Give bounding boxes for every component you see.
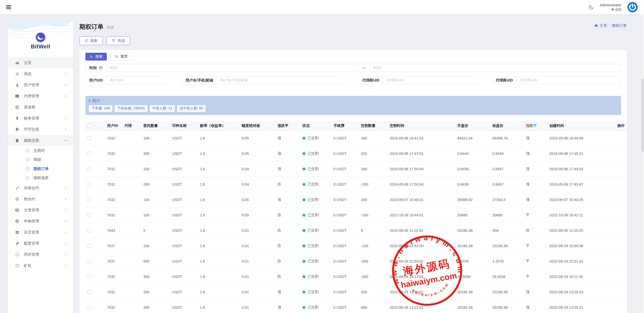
cell-odds: 1.6 <box>198 238 240 253</box>
sidebar-item-miner[interactable]: 矿机 <box>8 260 73 271</box>
sidebar-item-user-management[interactable]: 用户管理 <box>8 79 73 91</box>
row-checkbox[interactable] <box>87 275 91 279</box>
breadcrumb-current[interactable]: 期权订单 <box>612 23 627 28</box>
cell-odds: 1.6 <box>198 207 240 223</box>
cell-range: 0.05 <box>240 130 276 146</box>
column-header-9: 交割数量 <box>359 121 388 130</box>
row-checkbox[interactable] <box>87 182 91 186</box>
cell-status: 已交割 <box>300 207 331 223</box>
column-header-14[interactable]: 创建时间↑ <box>547 121 615 130</box>
avatar[interactable] <box>627 2 638 12</box>
cell-open: 1.2078 <box>455 253 490 269</box>
cell-direction: 涨 <box>276 161 300 177</box>
search-button[interactable]: 搜索 <box>85 53 107 61</box>
sidebar-subitem-option-scenes[interactable]: 期权场景 <box>8 173 73 182</box>
cell-status: 已交割 <box>300 223 331 238</box>
sidebar-item-homepage-management[interactable]: 首页管理 <box>8 227 73 238</box>
hamburger-menu-icon[interactable] <box>6 4 11 10</box>
sidebar-subitem-option-orders[interactable]: 期权订单 <box>8 164 73 173</box>
cell-fee: 0 USDT <box>331 284 359 300</box>
cell-actions <box>615 253 627 269</box>
chevron-left-icon <box>64 220 67 223</box>
row-checkbox[interactable] <box>87 167 91 171</box>
row-checkbox[interactable] <box>87 198 91 202</box>
sidebar-subitem-trading-pairs[interactable]: 交易对 <box>8 146 73 155</box>
sidebar-item-agent-management[interactable]: 代理管理 <box>8 91 73 102</box>
status-dot-icon <box>302 260 306 263</box>
table-row: 7032300USDT1.60.01跌已交割0 USDT-3002022-09-… <box>85 269 627 284</box>
cell-odds: 1.6 <box>198 161 240 177</box>
dark-mode-moon-icon[interactable] <box>588 5 594 10</box>
sidebar-item-options-trading[interactable]: ฿期权交易 <box>8 135 73 146</box>
time-to-input[interactable] <box>370 64 621 72</box>
sidebar-item-channel-merchant[interactable]: 渠道商 <box>8 102 73 113</box>
sidebar-item-perpetual-contracts[interactable]: 永续合约 <box>8 182 73 193</box>
row-checkbox[interactable] <box>87 213 91 217</box>
cell-fee: 0 USDT <box>331 130 359 146</box>
top-navbar: Administrator 在线 <box>0 0 644 14</box>
cell-created: 2023-06-07 10:44:25 <box>547 192 615 207</box>
filter-field-input[interactable] <box>217 76 344 84</box>
topbar-right: Administrator 在线 <box>588 2 638 12</box>
cell-actions <box>615 269 627 284</box>
page-scrollbar-thumb[interactable] <box>642 79 643 152</box>
cell-odds: 1.6 <box>198 130 240 146</box>
cell-settle_time: 2022-09-29 22:03:01 <box>388 253 455 269</box>
cell-agent <box>122 223 141 238</box>
id-card-icon <box>14 94 20 98</box>
row-checkbox[interactable] <box>87 229 91 233</box>
sidebar-item-system[interactable]: 系统 <box>8 68 73 79</box>
chevron-left-icon <box>64 128 67 131</box>
row-checkbox[interactable] <box>87 290 91 294</box>
row-checkbox[interactable] <box>87 244 91 248</box>
row-checkbox[interactable] <box>87 136 91 140</box>
column-header-6: 涨跌平 <box>276 121 300 130</box>
cell-status: 已交割 <box>300 238 331 253</box>
cell-user_id: 7032 <box>105 130 122 146</box>
sidebar-item-home[interactable]: 主页 <box>8 57 73 68</box>
sidebar-item-article-management[interactable]: 文章管理 <box>8 205 73 216</box>
sidebar-item-spot-trading[interactable]: B币币交易 <box>8 124 73 135</box>
cell-open: 64421.06 <box>455 130 490 146</box>
filter-field-input[interactable] <box>517 76 621 84</box>
sidebar-subitem-period[interactable]: 周期 <box>8 155 73 164</box>
orders-table: 用户ID代理委托数量币种名称赔率（收益率）幅度绝对值涨跌平状态手续费交割数量交割… <box>85 121 627 313</box>
sidebar-item-risk-management[interactable]: 风控管理 <box>8 249 73 260</box>
breadcrumb: 主页 / 期权订单 <box>594 23 627 28</box>
reset-button[interactable]: 重置 <box>110 53 132 61</box>
cell-open: 20165.38 <box>455 223 490 238</box>
cell-coin: USDT <box>170 284 198 300</box>
cell-result: 平 <box>524 253 547 269</box>
cell-settle_qty: 160 <box>359 161 388 177</box>
cell-user_id: 7032 <box>105 300 122 313</box>
filter-field-input[interactable] <box>107 76 167 84</box>
row-checkbox[interactable] <box>87 152 91 156</box>
status-dot-icon <box>302 275 306 278</box>
main-content: 主页 / 期权订单 期权订单 列表 刷新 筛选 <box>79 21 627 313</box>
sidebar-item-subscription-management[interactable]: 申购管理 <box>8 216 73 227</box>
select-all-checkbox[interactable] <box>87 124 91 128</box>
user-menu[interactable]: Administrator 在线 <box>600 3 621 12</box>
radio-icon <box>26 176 29 180</box>
cell-odds: 1.6 <box>198 284 240 300</box>
sidebar-item-config-management[interactable]: 配置管理 <box>8 238 73 249</box>
chevron-left-icon <box>64 231 67 234</box>
page-subtitle: 列表 <box>107 25 114 30</box>
refresh-button[interactable]: 刷新 <box>79 36 103 45</box>
filter-field-input[interactable] <box>383 76 477 84</box>
sidebar-item-second-contracts[interactable]: 秒合约 <box>8 193 73 205</box>
filter-button[interactable]: 筛选 <box>107 36 130 45</box>
calendar-icon <box>99 66 103 70</box>
row-select-cell <box>85 207 105 223</box>
row-checkbox[interactable] <box>87 259 91 263</box>
row-checkbox[interactable] <box>87 305 91 309</box>
cell-actions <box>615 192 627 207</box>
sidebar-item-finance-management[interactable]: $财务管理 <box>8 113 73 124</box>
time-from-input[interactable] <box>107 64 357 72</box>
filter-field-1: 用户名/手机/邮箱 <box>182 76 344 84</box>
breadcrumb-home-link[interactable]: 主页 <box>594 23 607 28</box>
cell-direction: 跌 <box>276 238 300 253</box>
sidebar-item-label: 秒合约 <box>24 197 64 202</box>
cell-user_id: 7037 <box>105 253 122 269</box>
cell-range: 0.01 <box>240 223 276 238</box>
